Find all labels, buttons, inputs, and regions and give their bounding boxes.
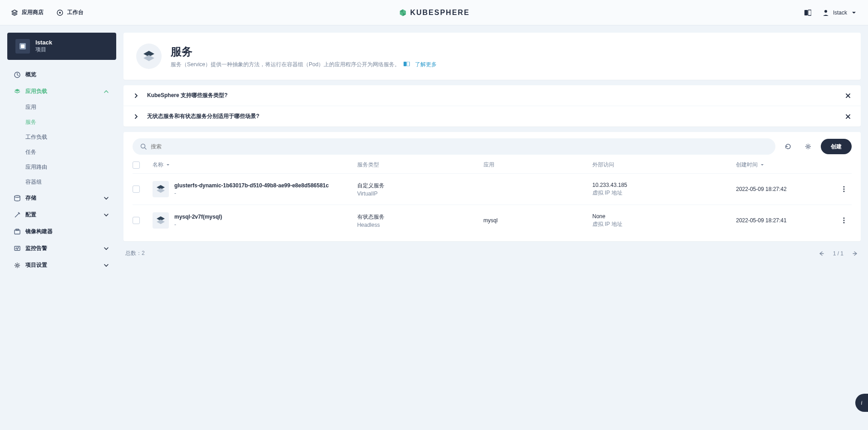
subnav-workloads[interactable]: 工作负载 bbox=[7, 130, 116, 145]
service-icon bbox=[153, 212, 169, 229]
faq-close-2[interactable] bbox=[844, 113, 852, 120]
sort-icon bbox=[165, 162, 171, 168]
subnav-services[interactable]: 服务 bbox=[7, 115, 116, 130]
svg-rect-11 bbox=[21, 44, 25, 48]
table-header: 名称 服务类型 应用 外部访问 创建时间 bbox=[133, 155, 852, 173]
subnav-apps[interactable]: 应用 bbox=[7, 100, 116, 115]
search-input[interactable] bbox=[151, 143, 768, 150]
chevron-down-icon bbox=[103, 195, 110, 202]
row-more-button[interactable] bbox=[836, 186, 852, 193]
table-row: mysql-2v7f(mysql) - 有状态服务 Headless mysql… bbox=[133, 205, 852, 236]
sidebar-overview-label: 概览 bbox=[25, 71, 36, 78]
page-description: 服务（Service）提供一种抽象的方法，将运行在容器组（Pod）上的应用程序公… bbox=[171, 61, 437, 68]
svg-point-13 bbox=[15, 195, 20, 197]
subnav-jobs[interactable]: 任务 bbox=[7, 145, 116, 160]
cell-created: 2022-05-09 18:27:41 bbox=[736, 217, 832, 224]
chevron-down-icon bbox=[103, 262, 110, 269]
learn-more-link[interactable]: 了解更多 bbox=[415, 61, 437, 68]
col-type: 服务类型 bbox=[357, 161, 479, 169]
caret-down-icon bbox=[851, 10, 857, 16]
search-wrap bbox=[133, 138, 775, 155]
config-icon bbox=[14, 211, 21, 219]
help-doc-icon[interactable] bbox=[804, 9, 811, 16]
cell-app: mysql bbox=[483, 217, 588, 224]
svg-point-9 bbox=[824, 10, 827, 13]
svg-rect-8 bbox=[808, 10, 811, 15]
cell-type-sub: Headless bbox=[357, 222, 479, 228]
storage-icon bbox=[14, 195, 21, 202]
page-header-icon bbox=[136, 44, 162, 69]
nav-app-store[interactable]: 应用商店 bbox=[11, 9, 44, 16]
project-subtitle: 项目 bbox=[35, 46, 52, 54]
sidebar-project-settings-label: 项目设置 bbox=[25, 261, 47, 269]
monitoring-icon bbox=[14, 245, 21, 252]
faq-row-1[interactable]: KubeSphere 支持哪些服务类型? bbox=[123, 85, 861, 106]
user-name: lstack bbox=[833, 10, 847, 16]
svg-rect-7 bbox=[804, 10, 808, 15]
row-checkbox[interactable] bbox=[133, 217, 140, 224]
faq-row-2[interactable]: 无状态服务和有状态服务分别适用于哪些场景? bbox=[123, 106, 861, 127]
topnav: 应用商店 工作台 KUBESPHERE lstack bbox=[0, 0, 868, 25]
col-external: 外部访问 bbox=[592, 161, 732, 169]
row-checkbox[interactable] bbox=[133, 186, 140, 193]
sidebar-item-storage[interactable]: 存储 bbox=[7, 190, 116, 206]
chevron-down-icon bbox=[103, 211, 110, 219]
refresh-button[interactable] bbox=[781, 139, 795, 154]
sidebar-workloads-label: 应用负载 bbox=[25, 88, 47, 95]
nav-workbench[interactable]: 工作台 bbox=[56, 9, 84, 16]
app-store-icon bbox=[11, 9, 18, 16]
svg-rect-18 bbox=[407, 62, 409, 66]
sidebar-item-overview[interactable]: 概览 bbox=[7, 66, 116, 83]
subnav-pods[interactable]: 容器组 bbox=[7, 175, 116, 190]
col-name[interactable]: 名称 bbox=[153, 161, 353, 169]
logo[interactable]: KUBESPHERE bbox=[398, 8, 469, 17]
sidebar: lstack 项目 概览 应用负载 应用 服务 工作负载 任务 应用路由 容器组 bbox=[7, 33, 116, 274]
settings-button[interactable] bbox=[801, 139, 815, 154]
page-title: 服务 bbox=[171, 44, 437, 59]
cell-created: 2022-05-09 18:27:42 bbox=[736, 186, 832, 192]
user-menu[interactable]: lstack bbox=[822, 9, 857, 16]
row-more-button[interactable] bbox=[836, 217, 852, 224]
sidebar-item-project-settings[interactable]: 项目设置 bbox=[7, 257, 116, 274]
cell-type: 有状态服务 bbox=[357, 213, 479, 221]
svg-point-6 bbox=[59, 12, 61, 14]
service-name-sub: - bbox=[174, 221, 222, 228]
page-next[interactable] bbox=[852, 250, 859, 257]
service-name-link[interactable]: mysql-2v7f(mysql) bbox=[174, 213, 222, 221]
total-label: 总数：2 bbox=[125, 249, 145, 257]
sidebar-item-monitoring[interactable]: 监控告警 bbox=[7, 240, 116, 257]
sidebar-item-image-builder[interactable]: 镜像构建器 bbox=[7, 223, 116, 240]
image-builder-icon bbox=[14, 228, 21, 235]
table-row: glusterfs-dynamic-1b63017b-d510-49b8-ae9… bbox=[133, 173, 852, 205]
svg-rect-17 bbox=[404, 62, 406, 66]
service-name-sub: - bbox=[174, 190, 329, 196]
cell-external: 10.233.43.185 bbox=[592, 182, 732, 188]
nav-app-store-label: 应用商店 bbox=[22, 9, 44, 16]
user-avatar-icon bbox=[822, 9, 829, 16]
workbench-icon bbox=[56, 9, 64, 16]
toolbar: 创建 bbox=[133, 132, 852, 155]
page-indicator: 1 / 1 bbox=[833, 250, 843, 257]
sidebar-item-workloads[interactable]: 应用负载 bbox=[7, 83, 116, 100]
service-name-link[interactable]: glusterfs-dynamic-1b63017b-d510-49b8-ae9… bbox=[174, 182, 329, 190]
col-app: 应用 bbox=[483, 161, 588, 169]
doc-icon bbox=[404, 62, 410, 66]
faq-close-1[interactable] bbox=[844, 92, 852, 99]
project-card[interactable]: lstack 项目 bbox=[7, 33, 116, 60]
sidebar-image-builder-label: 镜像构建器 bbox=[25, 228, 53, 235]
main: 服务 服务（Service）提供一种抽象的方法，将运行在容器组（Pod）上的应用… bbox=[123, 33, 861, 274]
table-footer: 总数：2 1 / 1 bbox=[123, 241, 861, 259]
create-button[interactable]: 创建 bbox=[821, 139, 852, 154]
project-name: lstack bbox=[35, 39, 52, 46]
chevron-right-icon bbox=[133, 92, 140, 99]
col-created[interactable]: 创建时间 bbox=[736, 161, 832, 169]
nav-workbench-label: 工作台 bbox=[67, 9, 84, 16]
sidebar-item-config[interactable]: 配置 bbox=[7, 206, 116, 223]
select-all-checkbox[interactable] bbox=[133, 161, 140, 169]
project-icon bbox=[15, 39, 30, 54]
chevron-down-icon bbox=[103, 245, 110, 252]
subnav-routes[interactable]: 应用路由 bbox=[7, 160, 116, 175]
page-prev[interactable] bbox=[818, 250, 825, 257]
sort-icon bbox=[760, 162, 765, 168]
cell-type: 自定义服务 bbox=[357, 182, 479, 190]
